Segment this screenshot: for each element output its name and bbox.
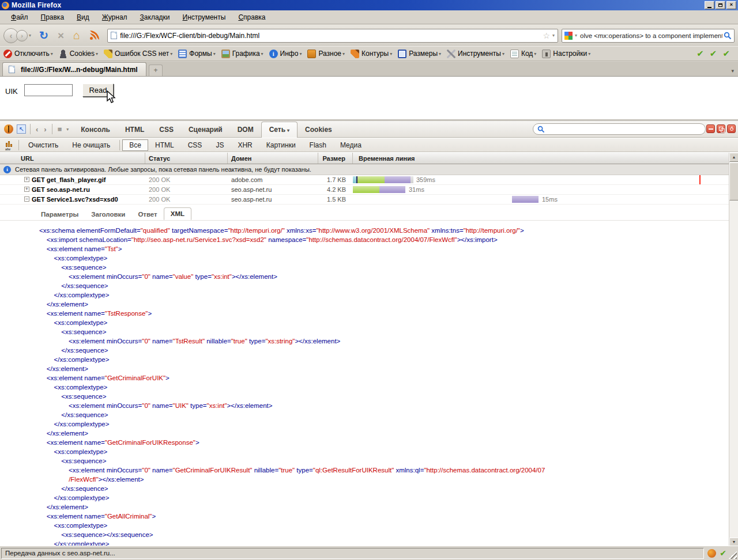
webdev-resize[interactable]: Размеры▾: [398, 50, 441, 58]
column-url[interactable]: URL: [0, 153, 145, 164]
validation-checks: ✔ ✔ ✔: [696, 48, 735, 59]
tab-html[interactable]: HTML: [118, 122, 152, 138]
inspect-element-icon[interactable]: ↖: [17, 124, 26, 134]
webdev-outline[interactable]: Контуры▾: [351, 50, 392, 58]
net-table-header: URL Статус Домен Размер Временная линия: [0, 153, 729, 164]
url-dropdown-icon[interactable]: ▾: [552, 33, 555, 38]
check-icon[interactable]: ✔: [696, 48, 704, 59]
rss-feed-icon[interactable]: [89, 31, 99, 40]
scroll-up-icon[interactable]: ▲: [729, 153, 738, 162]
firebug-detach-button[interactable]: [717, 124, 725, 133]
tab-main-html[interactable]: file:///G:/Flex/W...n-debug/Main.html: [2, 62, 146, 76]
menu-file[interactable]: Файл: [5, 12, 35, 23]
filter-xhr[interactable]: XHR: [231, 139, 259, 151]
firebug-statusbar-icon[interactable]: [707, 549, 716, 558]
minimize-button[interactable]: [705, 1, 714, 9]
check-icon[interactable]: ✔: [710, 48, 717, 59]
url-text[interactable]: file:///G:/Flex/WCF-client/bin-debug/Mai…: [120, 32, 543, 40]
filter-media[interactable]: Медиа: [333, 139, 368, 151]
restore-button[interactable]: [716, 1, 725, 9]
expand-icon[interactable]: +: [24, 187, 29, 192]
filter-images[interactable]: Картинки: [259, 139, 303, 151]
scrollbar[interactable]: ▲ ▼: [729, 153, 738, 547]
firebug-minimize-button[interactable]: [706, 124, 715, 133]
tab-console[interactable]: Консоль: [73, 122, 118, 138]
title-bar[interactable]: Mozilla Firefox ×: [0, 0, 738, 10]
table-row[interactable]: +GET seo.asp-net.ru 200 OK seo.asp-net.r…: [0, 185, 729, 195]
tab-cookies[interactable]: Cookies: [298, 122, 340, 138]
firebug-tabs: Консоль HTML CSS Сценарий DOM Сеть▾ Cook…: [73, 121, 340, 138]
menu-bookmarks[interactable]: Закладки: [134, 12, 176, 23]
firebug-icon[interactable]: [4, 124, 13, 134]
forward-button[interactable]: ›: [16, 30, 28, 41]
status-text: Передача данных с seo.asp-net.ru...: [1, 548, 704, 559]
menu-edit[interactable]: Правка: [35, 12, 71, 23]
webdev-info[interactable]: iИнфо▾: [269, 50, 302, 58]
webdev-forms[interactable]: Формы▾: [178, 50, 215, 58]
column-status[interactable]: Статус: [145, 153, 228, 164]
webdev-view-source[interactable]: Код▾: [510, 50, 536, 58]
collapse-icon[interactable]: −: [24, 196, 29, 202]
close-button[interactable]: ×: [726, 1, 736, 9]
firebug-close-button[interactable]: [727, 124, 736, 133]
filter-persist[interactable]: Не очищать: [65, 139, 117, 151]
firebug-menu-icon[interactable]: ≡: [55, 125, 65, 134]
tools-icon: [447, 50, 455, 58]
filter-clear[interactable]: Очистить: [21, 139, 65, 151]
cookies-icon: [59, 50, 67, 58]
menu-help[interactable]: Справка: [232, 12, 272, 23]
tab-net[interactable]: Сеть▾: [261, 122, 298, 138]
filter-all[interactable]: Все: [122, 139, 148, 151]
url-bar[interactable]: file:///G:/Flex/WCF-client/bin-debug/Mai…: [107, 29, 558, 43]
search-engine-dropdown-icon[interactable]: ▾: [575, 33, 577, 38]
tab-dom[interactable]: DOM: [230, 122, 261, 138]
search-input[interactable]: olve <mx:operations> to a component impl…: [580, 32, 722, 39]
nav-back-icon[interactable]: ‹: [33, 125, 41, 134]
page-content: UIK Read: [0, 77, 738, 119]
table-row[interactable]: −GET Service1.svc?xsd=xsd0 200 OK seo.as…: [0, 195, 729, 205]
webdev-images[interactable]: Графика▾: [221, 50, 263, 58]
tab-script[interactable]: Сценарий: [181, 122, 230, 138]
detail-tab-params[interactable]: Параметры: [35, 209, 85, 220]
webdev-statusbar-icon[interactable]: ✔: [720, 548, 726, 558]
column-timeline[interactable]: Временная линия: [353, 153, 729, 164]
detail-tab-xml[interactable]: XML: [164, 207, 191, 220]
bookmark-star-icon[interactable]: ☆: [543, 31, 550, 40]
filter-css[interactable]: CSS: [181, 139, 209, 151]
home-button[interactable]: ⌂: [73, 29, 80, 42]
menu-tools[interactable]: Инструменты: [176, 12, 232, 23]
firebug-menu-dropdown-icon[interactable]: ▾: [66, 127, 69, 132]
menu-view[interactable]: Вид: [70, 12, 96, 23]
resize-grip[interactable]: [729, 551, 737, 559]
new-tab-button[interactable]: +: [149, 65, 163, 76]
expand-icon[interactable]: +: [24, 177, 29, 182]
stop-button[interactable]: ×: [58, 29, 64, 42]
tab-list-dropdown-icon[interactable]: ▾: [728, 67, 737, 75]
webdev-misc[interactable]: Разное▾: [307, 50, 345, 58]
menu-history[interactable]: Журнал: [96, 12, 134, 23]
search-go-icon[interactable]: [724, 32, 732, 40]
reload-button[interactable]: ↻: [39, 29, 48, 42]
table-row[interactable]: +GET get_flash_player.gif 200 OK adobe.c…: [0, 175, 729, 185]
nav-forward-icon[interactable]: ›: [41, 125, 49, 134]
filter-html[interactable]: HTML: [148, 139, 181, 151]
search-bar[interactable]: ▾ olve <mx:operations> to a component im…: [562, 29, 735, 43]
webdev-cookies[interactable]: Cookies▾: [59, 50, 98, 58]
column-size[interactable]: Размер: [318, 153, 353, 164]
scrollbar-thumb[interactable]: [729, 162, 738, 200]
webdev-disable[interactable]: Отключить▾: [3, 50, 53, 58]
column-domain[interactable]: Домен: [228, 153, 318, 164]
history-dropdown-icon[interactable]: ▾: [29, 33, 31, 38]
detail-tab-headers[interactable]: Заголовки: [85, 209, 131, 220]
google-icon[interactable]: [564, 32, 573, 40]
detail-tab-response[interactable]: Ответ: [131, 209, 163, 220]
uik-input[interactable]: [24, 84, 73, 96]
webdev-options[interactable]: Настройки▾: [542, 50, 590, 58]
filter-flash[interactable]: Flash: [303, 139, 333, 151]
filter-js[interactable]: JS: [209, 139, 231, 151]
webdev-css-errors[interactable]: Ошибок CSS нет▾: [104, 50, 172, 58]
webdev-tools[interactable]: Инструменты▾: [447, 50, 504, 58]
tab-css[interactable]: CSS: [152, 122, 181, 138]
firebug-search-input[interactable]: [533, 123, 706, 135]
check-icon[interactable]: ✔: [722, 48, 730, 59]
